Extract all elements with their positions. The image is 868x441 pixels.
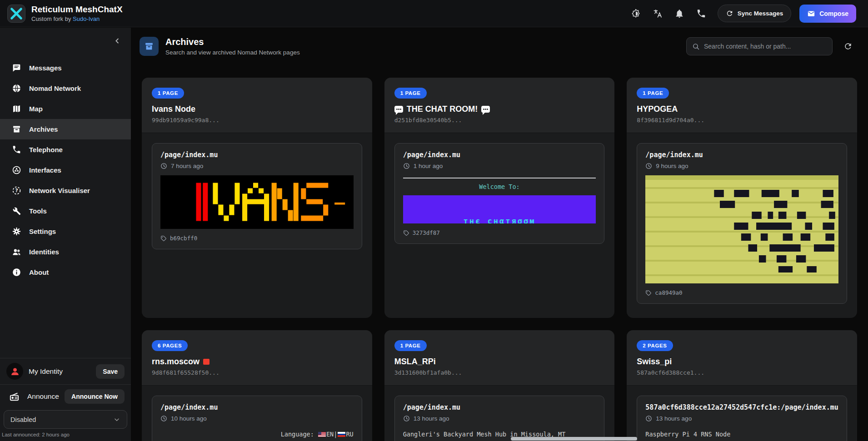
sidebar-item-settings[interactable]: Settings	[0, 221, 131, 242]
page-path: /page/index.mu	[160, 151, 354, 159]
page-path: 587a0cf6d388cce12a27452d547cfc1e:/page/i…	[645, 403, 838, 411]
page-time-row: 13 hours ago	[403, 415, 596, 422]
card-header: 6 PAGES rns.moscow 9d8f681f65528f50...	[142, 330, 372, 386]
speech-bubble-icon	[481, 106, 490, 113]
card-title: THE CHAT ROOM!	[394, 104, 605, 114]
tag-icon	[645, 290, 652, 296]
archives-header-icon-box	[140, 37, 159, 56]
page-time: 1 hour ago	[414, 163, 443, 169]
clock-icon	[160, 163, 167, 169]
page-count-badge: 2 PAGES	[637, 340, 673, 351]
envelope-icon	[807, 10, 815, 18]
visualiser-icon: ?	[12, 186, 21, 195]
ivans-ascii-art	[160, 175, 354, 229]
page-count-badge: 1 PAGE	[394, 340, 427, 351]
sidebar-item-interfaces[interactable]: Interfaces	[0, 160, 131, 180]
archived-page-card[interactable]: /page/index.mu 7 hours ago	[152, 143, 362, 249]
gear-icon	[12, 227, 21, 236]
archive-card-swiss-pi[interactable]: 2 PAGES Swiss_pi 587a0cf6d388cce1... 587…	[627, 330, 857, 441]
compose-label: Compose	[819, 10, 848, 17]
page-time: 13 hours ago	[656, 415, 692, 422]
sidebar-item-network-visualiser[interactable]: ? Network Visualiser	[0, 180, 131, 201]
archive-card-hypogea[interactable]: 1 PAGE HYPOGEA 8f396811d9d704a0... /page…	[627, 78, 857, 318]
fork-author-link[interactable]: Sudo-Ivan	[73, 15, 100, 22]
archive-card-chat-room[interactable]: 1 PAGE THE CHAT ROOM! d251bfd8e30540b5..…	[384, 78, 615, 318]
sidebar-item-about[interactable]: About	[0, 262, 131, 282]
avatar	[6, 363, 23, 380]
compose-button[interactable]: Compose	[799, 5, 856, 23]
save-button[interactable]: Save	[96, 364, 125, 379]
refresh-icon	[843, 42, 853, 51]
sidebar-bottom: My Identity Save Announce Announce Now D…	[0, 358, 131, 441]
bell-icon	[674, 9, 684, 19]
page-path: /page/index.mu	[645, 151, 838, 159]
sidebar-item-tools[interactable]: Tools	[0, 201, 131, 221]
globe-icon	[12, 84, 21, 93]
archive-card-rns-moscow[interactable]: 6 PAGES rns.moscow 9d8f681f65528f50... /…	[142, 330, 372, 441]
info-icon	[12, 268, 21, 277]
sidebar-item-label: Nomad Network	[29, 84, 81, 92]
node-hash: 9d8f681f65528f50...	[152, 369, 362, 376]
node-hash: 99db91059a9c99a8...	[152, 117, 362, 124]
language-line: Language: EN|RU	[160, 429, 354, 440]
app-title: Reticulum MeshChatX	[31, 5, 123, 15]
clock-icon	[645, 415, 652, 422]
sidebar-item-identities[interactable]: Identities	[0, 242, 131, 262]
archive-card-grid: 1 PAGE Ivans Node 99db91059a9c99a8... /p…	[131, 64, 868, 441]
main-content: Archives Search and view archived Nomad …	[131, 0, 868, 441]
sidebar-item-label: Messages	[29, 64, 62, 72]
card-header: 1 PAGE Ivans Node 99db91059a9c99a8...	[142, 78, 372, 133]
node-hash: 587a0cf6d388cce1...	[637, 369, 847, 376]
archived-page-card[interactable]: 587a0cf6d388cce12a27452d547cfc1e:/page/i…	[637, 396, 847, 441]
svg-text:?: ?	[15, 188, 18, 193]
clock-icon	[403, 415, 410, 422]
page-path: /page/index.mu	[160, 403, 354, 411]
identity-row: My Identity Save	[0, 358, 131, 384]
phone-icon	[696, 9, 706, 19]
archived-page-card[interactable]: /page/index.mu 10 hours ago Language: EN…	[152, 396, 362, 441]
card-title: rns.moscow	[152, 357, 362, 367]
archive-card-msla-rpi[interactable]: 1 PAGE MSLA_RPi 3d131600bf1afa0b... /pag…	[384, 330, 615, 441]
app-logo	[7, 5, 25, 23]
theme-toggle-button[interactable]	[627, 5, 645, 23]
clock-icon	[645, 163, 652, 169]
sidebar-item-messages[interactable]: Messages	[0, 58, 131, 78]
card-body: /page/index.mu 13 hours ago Gangleri's B…	[384, 386, 615, 441]
page-path: /page/index.mu	[403, 151, 596, 159]
page-time-row: 9 hours ago	[645, 163, 838, 169]
archived-page-card[interactable]: /page/index.mu 1 hour ago Welcome To: тн…	[394, 143, 605, 244]
sidebar-item-nomad-network[interactable]: Nomad Network	[0, 78, 131, 99]
app-subtitle: Custom fork by Sudo-Ivan	[31, 15, 123, 22]
hub-icon	[12, 165, 21, 175]
page-count-badge: 1 PAGE	[152, 88, 184, 99]
sidebar-item-telephone[interactable]: Telephone	[0, 139, 131, 160]
notifications-button[interactable]	[670, 5, 688, 23]
announce-label: Announce	[27, 392, 59, 401]
sidebar-collapse-button[interactable]	[110, 34, 125, 48]
page-time: 13 hours ago	[414, 415, 449, 422]
archive-icon	[12, 124, 21, 134]
sidebar-item-map[interactable]: Map	[0, 99, 131, 119]
refresh-button[interactable]	[840, 38, 856, 55]
archived-page-card[interactable]: /page/index.mu 9 hours ago	[637, 143, 847, 304]
archive-card-ivans-node[interactable]: 1 PAGE Ivans Node 99db91059a9c99a8... /p…	[142, 78, 372, 318]
sync-messages-button[interactable]: Sync Messages	[718, 5, 792, 22]
sidebar-nav: Messages Nomad Network Map Archives	[0, 58, 131, 282]
page-tag-row: b69cbff0	[160, 235, 354, 242]
page-time-row: 1 hour ago	[403, 163, 596, 169]
node-hash: d251bfd8e30540b5...	[394, 117, 605, 124]
horizontal-scrollbar-thumb[interactable]	[511, 437, 637, 441]
card-header: 1 PAGE THE CHAT ROOM! d251bfd8e30540b5..…	[384, 78, 615, 133]
archived-page-card[interactable]: /page/index.mu 13 hours ago Gangleri's B…	[394, 396, 605, 441]
announce-now-button[interactable]: Announce Now	[65, 389, 125, 404]
announce-mode-select[interactable]: Disabled	[4, 410, 127, 429]
sync-messages-label: Sync Messages	[738, 10, 783, 17]
tag-icon	[403, 230, 409, 236]
card-title: Swiss_pi	[637, 357, 847, 367]
search-input[interactable]	[704, 43, 827, 50]
translate-button[interactable]	[649, 5, 667, 23]
sidebar-item-archives[interactable]: Archives	[0, 119, 131, 139]
page-title: Archives	[165, 37, 300, 47]
card-body: /page/index.mu 7 hours ago	[142, 133, 372, 259]
telephone-button[interactable]	[692, 5, 710, 23]
